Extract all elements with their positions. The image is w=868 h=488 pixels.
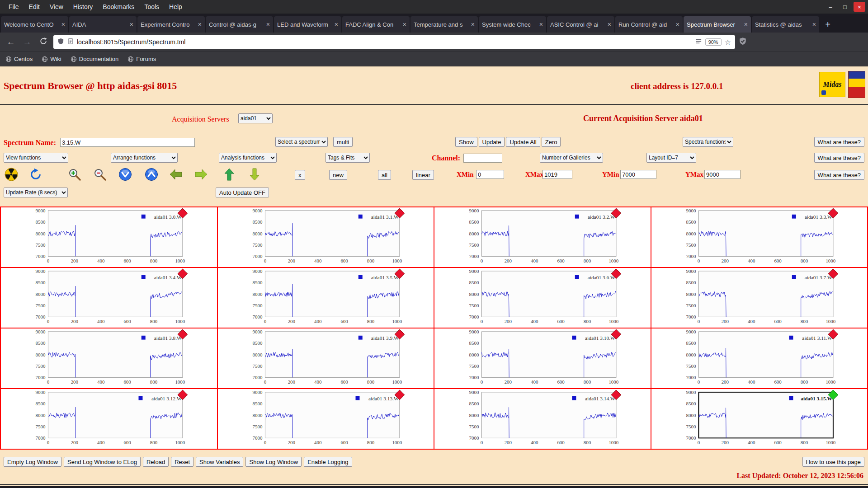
enable-logging-button[interactable]: Enable Logging: [304, 457, 352, 467]
arrow-right-icon[interactable]: [194, 168, 208, 181]
send-log-window-to-elog-button[interactable]: Send Log Window to ELog: [64, 457, 141, 467]
expand-y-icon[interactable]: [145, 168, 158, 181]
spectrum-cell-aida01-3.6.W[interactable]: 7000750080008500900002004006008001000aid…: [434, 268, 651, 328]
spectrum-cell-aida01-3.0.W[interactable]: 7000750080008500900002004006008001000aid…: [1, 207, 217, 267]
analysis-functions-dropdown[interactable]: Analysis functions: [219, 153, 277, 163]
tab-close-icon[interactable]: ×: [198, 21, 202, 28]
spectrum-plot[interactable]: 7000750080008500900002004006008001000aid…: [218, 389, 434, 449]
zoom-out-icon[interactable]: [93, 168, 107, 181]
bookmark-star-icon[interactable]: ☆: [725, 38, 731, 47]
refresh-icon[interactable]: [29, 168, 42, 181]
bookmark-centos[interactable]: Centos: [5, 56, 33, 62]
spectrum-plot[interactable]: 7000750080008500900002004006008001000aid…: [651, 268, 868, 328]
what-are-these-button-3[interactable]: What are these?: [814, 170, 864, 180]
bookmark-wiki[interactable]: Wiki: [42, 56, 61, 62]
arrow-left-icon[interactable]: [169, 168, 183, 181]
secondary-logo[interactable]: [848, 71, 865, 98]
spectrum-plot[interactable]: 7000750080008500900002004006008001000aid…: [218, 328, 434, 388]
update-all-button[interactable]: Update All: [506, 137, 540, 147]
minimize-button[interactable]: –: [825, 2, 836, 12]
tab-close-icon[interactable]: ×: [130, 21, 133, 28]
browser-tab[interactable]: Temperature and s×: [410, 16, 478, 33]
spectrum-plot[interactable]: 7000750080008500900002004006008001000aid…: [434, 328, 651, 388]
spectrum-cell-aida01-3.14.W[interactable]: 7000750080008500900002004006008001000aid…: [434, 389, 651, 449]
forward-button[interactable]: →: [21, 37, 33, 47]
shield-check-icon[interactable]: [739, 37, 747, 47]
compress-y-icon[interactable]: [118, 168, 132, 181]
tab-close-icon[interactable]: ×: [266, 21, 270, 28]
view-functions-dropdown[interactable]: View functions: [4, 153, 68, 163]
reader-mode-icon[interactable]: [695, 38, 702, 47]
how-to-use-button[interactable]: How to use this page: [802, 457, 864, 467]
reset-button[interactable]: Reset: [171, 457, 193, 467]
browser-tab[interactable]: System wide Chec×: [479, 16, 546, 33]
what-are-these-button-2[interactable]: What are these?: [814, 153, 864, 163]
spectrum-cell-aida01-3.8.W[interactable]: 7000750080008500900002004006008001000aid…: [1, 328, 217, 388]
zoom-in-icon[interactable]: [68, 168, 81, 181]
tab-close-icon[interactable]: ×: [812, 21, 816, 28]
spectrum-plot[interactable]: 7000750080008500900002004006008001000aid…: [1, 389, 217, 449]
update-button[interactable]: Update: [479, 137, 505, 147]
tags-fits-dropdown[interactable]: Tags & Fits: [326, 153, 370, 163]
all-button[interactable]: all: [378, 170, 391, 180]
spectrum-cell-aida01-3.10.W[interactable]: 7000750080008500900002004006008001000aid…: [434, 328, 651, 388]
spectrum-cell-aida01-3.5.W[interactable]: 7000750080008500900002004006008001000aid…: [218, 268, 434, 328]
x-axis-button[interactable]: x: [295, 170, 305, 180]
spectrum-cell-aida01-3.15.W[interactable]: 7000750080008500900002004006008001000aid…: [651, 389, 868, 449]
empty-log-window-button[interactable]: Empty Log Window: [4, 457, 61, 467]
ymin-input[interactable]: [620, 170, 656, 179]
channel-input[interactable]: [463, 154, 502, 163]
layout-id-dropdown[interactable]: Layout ID=7: [646, 153, 696, 163]
spectrum-plot[interactable]: 7000750080008500900002004006008001000aid…: [218, 268, 434, 328]
xmin-input[interactable]: [476, 170, 504, 179]
spectrum-plot[interactable]: 7000750080008500900002004006008001000aid…: [651, 207, 868, 267]
reload-button[interactable]: Reload: [143, 457, 169, 467]
tab-close-icon[interactable]: ×: [471, 21, 475, 28]
ymax-input[interactable]: [704, 170, 741, 179]
site-info-icon[interactable]: [67, 38, 74, 47]
number-of-galleries-dropdown[interactable]: Number of Galleries: [540, 153, 603, 163]
menu-view[interactable]: View: [45, 3, 68, 10]
zoom-indicator[interactable]: 90%: [705, 38, 722, 46]
spectrum-cell-aida01-3.12.W[interactable]: 7000750080008500900002004006008001000aid…: [1, 389, 217, 449]
spectrum-cell-aida01-3.7.W[interactable]: 7000750080008500900002004006008001000aid…: [651, 268, 868, 328]
tab-close-icon[interactable]: ×: [608, 21, 611, 28]
spectrum-cell-aida01-3.11.W[interactable]: 7000750080008500900002004006008001000aid…: [651, 328, 868, 388]
browser-tab[interactable]: Control @ aidas-g×: [206, 16, 273, 33]
spectrum-cell-aida01-3.3.W[interactable]: 7000750080008500900002004006008001000aid…: [651, 207, 868, 267]
arrange-functions-dropdown[interactable]: Arrange functions: [111, 153, 178, 163]
spectrum-name-input[interactable]: [60, 138, 195, 147]
show-button[interactable]: Show: [455, 137, 477, 147]
spectrum-plot[interactable]: 7000750080008500900002004006008001000aid…: [1, 328, 217, 388]
menu-history[interactable]: History: [68, 3, 98, 10]
browser-tab[interactable]: Welcome to CentO×: [1, 16, 68, 33]
browser-tab[interactable]: AIDA×: [69, 16, 137, 33]
spectrum-plot[interactable]: 7000750080008500900002004006008001000aid…: [1, 268, 217, 328]
spectrum-cell-aida01-3.4.W[interactable]: 7000750080008500900002004006008001000aid…: [1, 268, 217, 328]
show-variables-button[interactable]: Show Variables: [196, 457, 243, 467]
back-button[interactable]: ←: [5, 37, 17, 47]
browser-tab[interactable]: LED and Waveform×: [274, 16, 341, 33]
spectrum-plot[interactable]: 7000750080008500900002004006008001000aid…: [434, 268, 651, 328]
browser-tab[interactable]: FADC Align & Con×: [342, 16, 410, 33]
menu-edit[interactable]: Edit: [24, 3, 45, 10]
url-bar[interactable]: localhost:8015/Spectrum/Spectrum.tml 90%…: [53, 35, 735, 49]
tab-close-icon[interactable]: ×: [744, 21, 748, 28]
menu-file[interactable]: File: [4, 3, 24, 10]
menu-tools[interactable]: Tools: [139, 3, 164, 10]
tracking-protection-icon[interactable]: [57, 38, 64, 47]
xmax-input[interactable]: [542, 170, 572, 179]
menu-help[interactable]: Help: [164, 3, 187, 10]
spectrum-cell-aida01-3.9.W[interactable]: 7000750080008500900002004006008001000aid…: [218, 328, 434, 388]
new-tab-button[interactable]: +: [820, 16, 835, 33]
spectrum-plot[interactable]: 7000750080008500900002004006008001000aid…: [434, 207, 651, 267]
spectrum-plot[interactable]: 7000750080008500900002004006008001000aid…: [434, 389, 651, 449]
tab-close-icon[interactable]: ×: [335, 21, 338, 28]
spectrum-cell-aida01-3.1.W[interactable]: 7000750080008500900002004006008001000aid…: [218, 207, 434, 267]
select-spectrum-dropdown[interactable]: Select a spectrum: [275, 137, 328, 147]
multi-button[interactable]: multi: [333, 137, 353, 147]
tab-close-icon[interactable]: ×: [676, 21, 679, 28]
radiation-icon[interactable]: [5, 168, 18, 181]
reload-icon[interactable]: [37, 37, 50, 47]
spectrum-plot[interactable]: 7000750080008500900002004006008001000aid…: [218, 207, 434, 267]
